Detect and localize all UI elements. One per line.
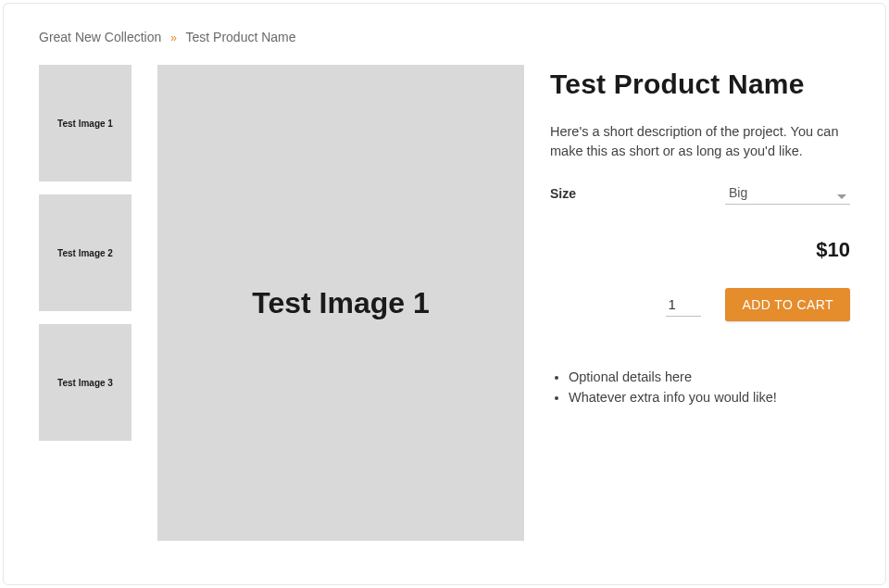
add-to-cart-button[interactable]: ADD TO CART bbox=[725, 288, 850, 321]
product-price: $10 bbox=[550, 238, 850, 262]
main-product-image[interactable]: Test Image 1 bbox=[157, 65, 524, 541]
thumbnail-label: Test Image 3 bbox=[57, 378, 113, 388]
product-title: Test Product Name bbox=[550, 69, 850, 100]
size-select-value: Big bbox=[725, 181, 850, 205]
thumbnail-1[interactable]: Test Image 1 bbox=[39, 65, 131, 181]
breadcrumb-collection[interactable]: Great New Collection bbox=[39, 30, 161, 44]
breadcrumb: Great New Collection » Test Product Name bbox=[39, 30, 850, 44]
quantity-input[interactable] bbox=[666, 293, 701, 317]
thumbnail-label: Test Image 1 bbox=[57, 119, 113, 129]
size-select[interactable]: Big bbox=[725, 181, 850, 205]
thumbnail-3[interactable]: Test Image 3 bbox=[39, 324, 131, 441]
product-content: Test Image 1 Test Image 2 Test Image 3 T… bbox=[39, 65, 850, 541]
thumbnail-2[interactable]: Test Image 2 bbox=[39, 194, 131, 311]
product-description: Here's a short description of the projec… bbox=[550, 122, 850, 161]
thumbnail-label: Test Image 2 bbox=[57, 248, 113, 258]
cart-actions-row: ADD TO CART bbox=[550, 288, 850, 321]
option-label-size: Size bbox=[550, 186, 576, 201]
extra-detail-item: Whatever extra info you would like! bbox=[569, 390, 850, 405]
thumbnail-list: Test Image 1 Test Image 2 Test Image 3 bbox=[39, 65, 131, 541]
main-image-label: Test Image 1 bbox=[252, 286, 429, 320]
extra-details-list: Optional details here Whatever extra inf… bbox=[550, 369, 850, 405]
breadcrumb-product[interactable]: Test Product Name bbox=[186, 30, 296, 44]
product-page-card: Great New Collection » Test Product Name… bbox=[3, 3, 886, 585]
extra-detail-item: Optional details here bbox=[569, 369, 850, 384]
option-row-size: Size Big bbox=[550, 181, 850, 205]
breadcrumb-separator: » bbox=[170, 31, 177, 44]
product-details-panel: Test Product Name Here's a short descrip… bbox=[550, 65, 850, 541]
